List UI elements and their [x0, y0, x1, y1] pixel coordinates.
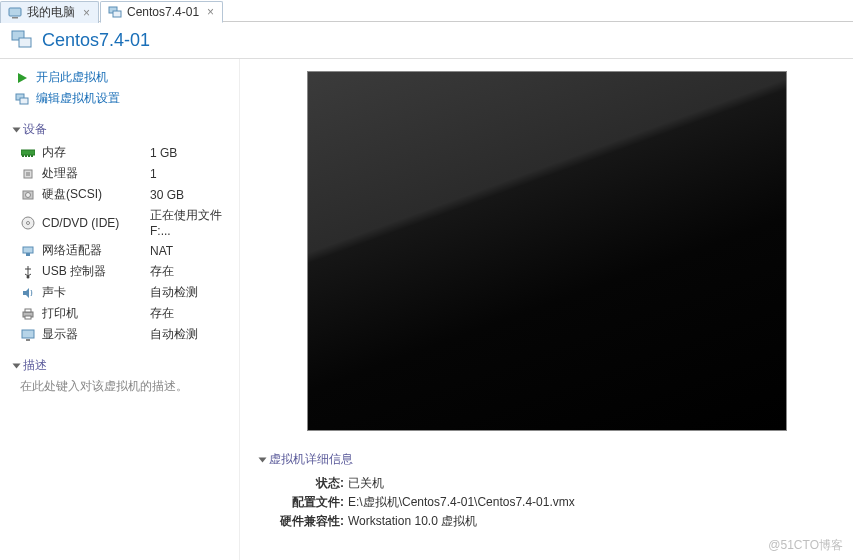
svg-rect-26	[26, 339, 30, 341]
network-icon	[20, 243, 36, 259]
device-value: 30 GB	[150, 188, 184, 202]
printer-icon	[20, 306, 36, 322]
section-title: 描述	[23, 357, 47, 374]
device-printer[interactable]: 打印机 存在	[14, 303, 225, 324]
device-value: 自动检测	[150, 284, 198, 301]
device-cpu[interactable]: 处理器 1	[14, 163, 225, 184]
vm-icon	[10, 28, 34, 52]
edit-settings-icon	[14, 91, 30, 107]
device-value: 1 GB	[150, 146, 177, 160]
section-title: 设备	[23, 121, 47, 138]
device-label: 打印机	[42, 305, 144, 322]
disk-icon	[20, 187, 36, 203]
cpu-icon	[20, 166, 36, 182]
vm-icon	[107, 4, 123, 20]
chevron-down-icon	[259, 457, 267, 462]
device-label: 声卡	[42, 284, 144, 301]
device-value: 存在	[150, 263, 174, 280]
device-disk[interactable]: 硬盘(SCSI) 30 GB	[14, 184, 225, 205]
section-devices[interactable]: 设备	[14, 121, 225, 138]
device-memory[interactable]: 内存 1 GB	[14, 142, 225, 163]
device-value: 1	[150, 167, 157, 181]
action-label: 开启此虚拟机	[36, 69, 108, 86]
svg-rect-5	[19, 38, 31, 47]
chevron-down-icon	[13, 127, 21, 132]
svg-rect-23	[25, 309, 31, 312]
detail-value: 已关机	[348, 475, 384, 492]
detail-compat: 硬件兼容性: Workstation 10.0 虚拟机	[260, 512, 833, 531]
close-icon[interactable]: ×	[207, 5, 214, 19]
detail-value: E:\虚拟机\Centos7.4-01\Centos7.4-01.vmx	[348, 494, 575, 511]
device-label: CD/DVD (IDE)	[42, 216, 144, 230]
svg-point-16	[26, 192, 31, 197]
device-label: USB 控制器	[42, 263, 144, 280]
svg-rect-11	[28, 155, 30, 157]
device-label: 网络适配器	[42, 242, 144, 259]
svg-rect-8	[21, 150, 35, 155]
device-sound[interactable]: 声卡 自动检测	[14, 282, 225, 303]
svg-rect-20	[26, 253, 30, 256]
svg-rect-7	[20, 98, 28, 104]
device-usb[interactable]: USB 控制器 存在	[14, 261, 225, 282]
header: Centos7.4-01	[0, 22, 853, 59]
chevron-down-icon	[13, 363, 21, 368]
svg-rect-12	[31, 155, 33, 157]
svg-rect-1	[12, 17, 18, 19]
cd-icon	[20, 215, 36, 231]
sidebar: 开启此虚拟机 编辑虚拟机设置 设备 内存 1 GB 处理器 1 硬盘(SCSI)…	[0, 59, 240, 560]
device-value: NAT	[150, 244, 173, 258]
device-label: 内存	[42, 144, 144, 161]
svg-rect-25	[22, 330, 34, 338]
device-display[interactable]: 显示器 自动检测	[14, 324, 225, 345]
detail-value: Workstation 10.0 虚拟机	[348, 513, 477, 530]
tab-bar: 我的电脑 × Centos7.4-01 ×	[0, 0, 853, 22]
display-icon	[20, 327, 36, 343]
page-title: Centos7.4-01	[42, 30, 150, 51]
svg-point-18	[27, 221, 30, 224]
main-panel: 虚拟机详细信息 状态: 已关机 配置文件: E:\虚拟机\Centos7.4-0…	[240, 59, 853, 560]
device-label: 显示器	[42, 326, 144, 343]
tab-label: Centos7.4-01	[127, 5, 199, 19]
close-icon[interactable]: ×	[83, 6, 90, 20]
svg-rect-0	[9, 8, 21, 16]
device-value: 自动检测	[150, 326, 198, 343]
svg-point-21	[27, 275, 30, 278]
detail-label: 配置文件:	[278, 494, 344, 511]
description-placeholder[interactable]: 在此处键入对该虚拟机的描述。	[14, 378, 225, 395]
svg-rect-10	[25, 155, 27, 157]
device-label: 处理器	[42, 165, 144, 182]
detail-label: 状态:	[278, 475, 344, 492]
svg-rect-24	[25, 316, 31, 319]
svg-rect-3	[113, 11, 121, 17]
memory-icon	[20, 145, 36, 161]
action-label: 编辑虚拟机设置	[36, 90, 120, 107]
tab-my-computer[interactable]: 我的电脑 ×	[0, 1, 99, 23]
computer-icon	[7, 5, 23, 21]
detail-state: 状态: 已关机	[260, 474, 833, 493]
section-description[interactable]: 描述	[14, 357, 225, 374]
device-value: 存在	[150, 305, 174, 322]
vm-preview[interactable]	[307, 71, 787, 431]
sound-icon	[20, 285, 36, 301]
tab-label: 我的电脑	[27, 4, 75, 21]
device-value: 正在使用文件 F:...	[150, 207, 225, 238]
device-cd[interactable]: CD/DVD (IDE) 正在使用文件 F:...	[14, 205, 225, 240]
tab-vm[interactable]: Centos7.4-01 ×	[100, 1, 223, 23]
section-title: 虚拟机详细信息	[269, 451, 353, 468]
detail-label: 硬件兼容性:	[278, 513, 344, 530]
section-details[interactable]: 虚拟机详细信息	[260, 451, 833, 468]
svg-rect-14	[26, 172, 30, 176]
watermark: @51CTO博客	[768, 537, 843, 554]
play-icon	[14, 70, 30, 86]
edit-settings-button[interactable]: 编辑虚拟机设置	[14, 88, 225, 109]
svg-rect-9	[22, 155, 24, 157]
usb-icon	[20, 264, 36, 280]
svg-rect-19	[23, 247, 33, 253]
detail-config: 配置文件: E:\虚拟机\Centos7.4-01\Centos7.4-01.v…	[260, 493, 833, 512]
device-net[interactable]: 网络适配器 NAT	[14, 240, 225, 261]
device-label: 硬盘(SCSI)	[42, 186, 144, 203]
power-on-button[interactable]: 开启此虚拟机	[14, 67, 225, 88]
